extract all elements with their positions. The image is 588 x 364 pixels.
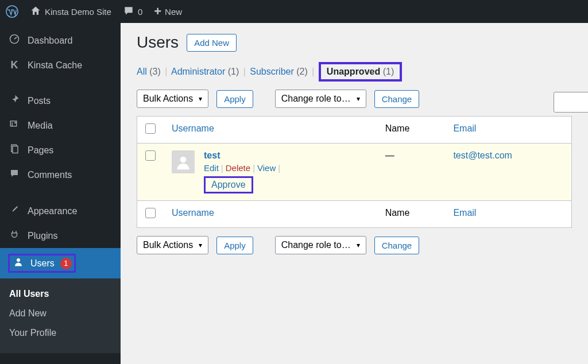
email-link[interactable]: test@test.com — [453, 150, 512, 160]
pages-icon — [8, 144, 21, 157]
users-table: Username Name Email test — [137, 116, 572, 228]
sidebar-item-label: Dashboard — [28, 36, 72, 46]
sidebar-item-label: Posts — [28, 96, 51, 106]
page-title: Users — [137, 33, 179, 52]
user-icon — [12, 257, 25, 270]
name-column-footer: Name — [377, 201, 446, 228]
sidebar-item-media[interactable]: Media — [0, 113, 121, 138]
comment-icon — [8, 168, 21, 181]
dashboard-icon — [8, 33, 21, 48]
comments-link[interactable]: 0 — [117, 0, 148, 23]
sidebar-item-label: Media — [28, 121, 53, 131]
sidebar-item-dashboard[interactable]: Dashboard — [0, 28, 121, 53]
search-users-input[interactable] — [554, 92, 588, 113]
filter-unapproved[interactable]: Unapproved (1) — [319, 62, 402, 82]
sidebar-item-label: Appearance — [28, 206, 77, 216]
row-checkbox[interactable] — [145, 150, 156, 161]
email-column-header[interactable]: Email — [453, 123, 476, 133]
svg-rect-2 — [10, 121, 17, 126]
plug-icon — [8, 229, 21, 242]
wordpress-icon — [6, 5, 18, 18]
sidebar-item-kinsta-cache[interactable]: K Kinsta Cache — [0, 53, 121, 77]
name-cell: — — [377, 144, 446, 201]
approve-user-link[interactable]: Approve — [211, 180, 246, 189]
filter-all[interactable]: All — [137, 67, 147, 76]
users-submenu: All Users Add New Your Profile — [0, 278, 121, 353]
chevron-down-icon: ▾ — [357, 95, 360, 103]
apply-bulk-button-bottom[interactable]: Apply — [216, 237, 253, 254]
table-row: test Edit|Delete|View| Approve — test — [137, 144, 572, 201]
wp-logo[interactable] — [0, 0, 24, 23]
sidebar-item-pages[interactable]: Pages — [0, 138, 121, 162]
sidebar-item-label: Kinsta Cache — [28, 60, 82, 71]
delete-user-link[interactable]: Delete — [226, 163, 250, 173]
select-all-checkbox[interactable] — [145, 123, 156, 134]
avatar — [172, 150, 195, 173]
filter-all-count: (3) — [149, 67, 161, 76]
media-icon — [8, 119, 21, 132]
sidebar-item-label: Users — [30, 258, 55, 269]
new-content-link[interactable]: + New — [148, 0, 188, 23]
svg-rect-5 — [13, 146, 18, 153]
chevron-down-icon: ▾ — [357, 241, 360, 249]
username-column-header[interactable]: Username — [172, 123, 214, 133]
user-filters: All (3) | Administrator (1) | Subscriber… — [137, 62, 572, 82]
admin-sidebar: Dashboard K Kinsta Cache Posts Media Pag… — [0, 23, 121, 364]
filter-admin-count: (1) — [228, 67, 239, 76]
change-role-select[interactable]: Change role to…▾ — [275, 90, 366, 108]
username-link[interactable]: test — [204, 150, 220, 160]
filter-administrator[interactable]: Administrator — [171, 67, 225, 76]
svg-point-6 — [17, 258, 20, 262]
site-home-link[interactable]: Kinsta Demo Site — [24, 0, 117, 23]
filter-subscriber[interactable]: Subscriber — [250, 67, 293, 76]
edit-user-link[interactable]: Edit — [204, 163, 219, 173]
brush-icon — [8, 204, 21, 218]
users-count-badge: 1 — [60, 258, 72, 269]
comments-count-label: 0 — [138, 7, 142, 17]
change-role-button-bottom[interactable]: Change — [374, 237, 420, 254]
submenu-add-new[interactable]: Add New — [0, 304, 121, 323]
approve-highlight: Approve — [204, 176, 253, 193]
svg-point-7 — [180, 157, 187, 163]
change-role-button[interactable]: Change — [374, 90, 420, 108]
name-column-header: Name — [377, 117, 446, 144]
sidebar-item-users[interactable]: Users 1 — [0, 248, 121, 278]
home-icon — [30, 5, 41, 18]
sidebar-item-label: Pages — [28, 145, 53, 156]
chevron-down-icon: ▾ — [199, 241, 202, 249]
username-column-footer[interactable]: Username — [172, 208, 214, 218]
new-label: New — [165, 7, 182, 17]
admin-topbar: Kinsta Demo Site 0 + New — [0, 0, 588, 23]
view-user-link[interactable]: View — [257, 163, 276, 173]
sidebar-item-label: Comments — [28, 170, 72, 180]
filter-subscriber-count: (2) — [296, 67, 308, 76]
svg-point-3 — [14, 122, 16, 123]
submenu-your-profile[interactable]: Your Profile — [0, 323, 121, 343]
chevron-down-icon: ▾ — [199, 95, 202, 103]
email-column-footer[interactable]: Email — [453, 208, 476, 218]
add-new-user-button[interactable]: Add New — [187, 34, 237, 52]
sidebar-item-comments[interactable]: Comments — [0, 162, 121, 187]
kinsta-icon: K — [8, 59, 21, 71]
bulk-actions-select-bottom[interactable]: Bulk Actions▾ — [137, 236, 208, 254]
bulk-actions-select[interactable]: Bulk Actions▾ — [137, 90, 208, 108]
select-all-checkbox-footer[interactable] — [145, 208, 156, 218]
change-role-select-bottom[interactable]: Change role to…▾ — [275, 236, 366, 254]
plus-icon: + — [154, 4, 161, 19]
sidebar-item-label: Plugins — [28, 231, 57, 241]
main-content: Users Add New All (3) | Administrator (1… — [121, 23, 588, 364]
sidebar-item-appearance[interactable]: Appearance — [0, 199, 121, 223]
sidebar-item-plugins[interactable]: Plugins — [0, 223, 121, 248]
submenu-all-users[interactable]: All Users — [0, 284, 121, 304]
pin-icon — [8, 94, 21, 107]
site-name-label: Kinsta Demo Site — [45, 7, 111, 17]
sidebar-item-posts[interactable]: Posts — [0, 88, 121, 113]
apply-bulk-button[interactable]: Apply — [216, 90, 253, 108]
comment-icon — [123, 5, 134, 18]
